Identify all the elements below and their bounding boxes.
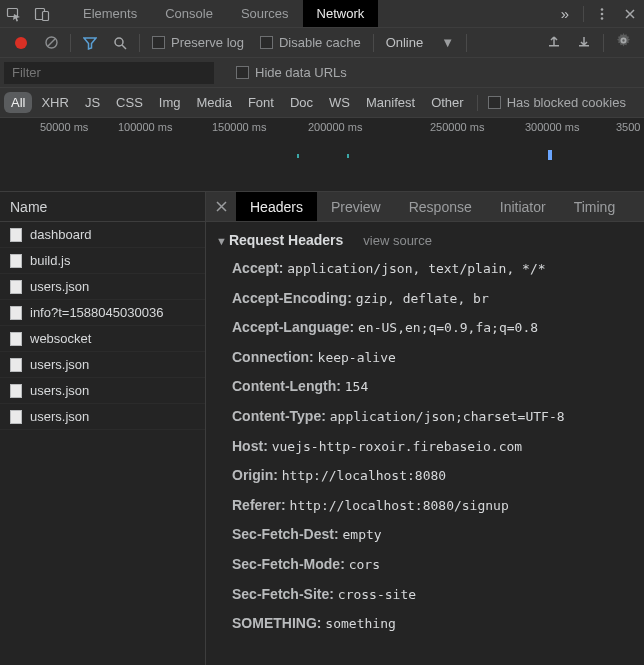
clear-icon[interactable] [36,30,66,56]
main-tab-network[interactable]: Network [303,0,379,27]
request-name: build.js [30,253,70,268]
timeline-tick: 300000 ms [525,121,579,133]
detail-tab-headers[interactable]: Headers [236,192,317,221]
timeline-marker [347,154,349,158]
request-row[interactable]: build.js [0,248,205,274]
header-row: Origin: http://localhost:8080 [232,461,634,491]
request-row[interactable]: users.json [0,378,205,404]
header-name: Origin [232,467,273,483]
header-value: gzip, deflate, br [356,291,489,306]
main-tabbar: ElementsConsoleSourcesNetwork » [0,0,644,28]
svg-point-3 [601,8,604,11]
more-tabs-icon[interactable]: » [551,1,579,27]
type-filter-xhr[interactable]: XHR [34,92,75,113]
inspect-icon[interactable] [0,1,28,27]
request-name: dashboard [30,227,91,242]
header-value: something [325,616,395,631]
file-icon [10,280,22,294]
detail-tab-preview[interactable]: Preview [317,192,395,221]
header-row: Accept-Encoding: gzip, deflate, br [232,284,634,314]
header-name: Accept-Language [232,319,349,335]
close-detail-icon[interactable] [206,192,236,221]
main-tab-console[interactable]: Console [151,0,227,27]
header-name: Host [232,438,263,454]
device-toggle-icon[interactable] [28,1,56,27]
header-row: Content-Type: application/json;charset=U… [232,402,634,432]
timeline-marker [297,154,299,158]
header-value: 154 [345,379,368,394]
request-row[interactable]: users.json [0,404,205,430]
file-icon [10,358,22,372]
main-tab-elements[interactable]: Elements [69,0,151,27]
header-name: Content-Length [232,378,336,394]
disable-cache-checkbox[interactable]: Disable cache [260,35,361,50]
main-tab-sources[interactable]: Sources [227,0,303,27]
svg-point-4 [601,12,604,15]
header-row: Accept-Language: en-US,en;q=0.9,fa;q=0.8 [232,313,634,343]
devtools-menu-icon[interactable] [588,1,616,27]
section-toggle[interactable]: ▼Request Headers [216,232,343,248]
preserve-log-checkbox[interactable]: Preserve log [152,35,244,50]
header-value: keep-alive [318,350,396,365]
header-row: Accept: application/json, text/plain, */… [232,254,634,284]
header-row: Connection: keep-alive [232,343,634,373]
detail-tab-timing[interactable]: Timing [560,192,630,221]
type-filter-manifest[interactable]: Manifest [359,92,422,113]
type-filter-img[interactable]: Img [152,92,188,113]
header-name: Sec-Fetch-Mode [232,556,340,572]
request-row[interactable]: users.json [0,274,205,300]
filter-icon[interactable] [75,30,105,56]
header-name: Sec-Fetch-Dest [232,526,334,542]
type-filter-font[interactable]: Font [241,92,281,113]
request-name: users.json [30,383,89,398]
download-har-icon[interactable] [569,28,599,54]
header-value: en-US,en;q=0.9,fa;q=0.8 [358,320,538,335]
request-row[interactable]: info?t=1588045030036 [0,300,205,326]
header-name: Accept [232,260,279,276]
header-value: http://localhost:8080/signup [290,498,509,513]
hide-data-urls-label: Hide data URLs [255,65,347,80]
timeline-tick: 50000 ms [40,121,88,133]
upload-har-icon[interactable] [539,28,569,54]
timeline-tick: 100000 ms [118,121,172,133]
type-filter-bar: AllXHRJSCSSImgMediaFontDocWSManifestOthe… [0,88,644,118]
type-filter-other[interactable]: Other [424,92,471,113]
file-icon [10,228,22,242]
type-filter-doc[interactable]: Doc [283,92,320,113]
header-value: cors [349,557,380,572]
type-filter-media[interactable]: Media [189,92,238,113]
request-name: info?t=1588045030036 [30,305,163,320]
header-row: Sec-Fetch-Mode: cors [232,550,634,580]
type-filter-ws[interactable]: WS [322,92,357,113]
file-icon [10,254,22,268]
svg-point-5 [601,17,604,20]
throttling-value: Online [386,35,424,50]
blocked-cookies-checkbox[interactable]: Has blocked cookies [488,95,626,110]
view-source-link[interactable]: view source [363,233,432,248]
type-filter-all[interactable]: All [4,92,32,113]
file-icon [10,332,22,346]
detail-tab-response[interactable]: Response [395,192,486,221]
throttling-select[interactable]: Online ▼ [386,35,454,50]
request-row[interactable]: websocket [0,326,205,352]
request-list-header[interactable]: Name [0,192,205,222]
close-devtools-icon[interactable] [616,1,644,27]
header-value: cross-site [338,587,416,602]
svg-rect-9 [579,45,589,47]
request-row[interactable]: users.json [0,352,205,378]
settings-gear-icon[interactable] [608,28,638,54]
record-button[interactable] [6,30,36,56]
filter-bar: Hide data URLs [0,58,644,88]
filter-input[interactable] [4,62,214,84]
header-name: Connection [232,349,309,365]
hide-data-urls-checkbox[interactable]: Hide data URLs [236,65,347,80]
header-row: Sec-Fetch-Site: cross-site [232,580,634,610]
header-name: SOMETHING [232,615,317,631]
detail-tab-initiator[interactable]: Initiator [486,192,560,221]
request-row[interactable]: dashboard [0,222,205,248]
type-filter-js[interactable]: JS [78,92,107,113]
timeline-overview[interactable]: 50000 ms100000 ms150000 ms200000 ms25000… [0,118,644,192]
type-filter-css[interactable]: CSS [109,92,150,113]
file-icon [10,384,22,398]
search-icon[interactable] [105,30,135,56]
